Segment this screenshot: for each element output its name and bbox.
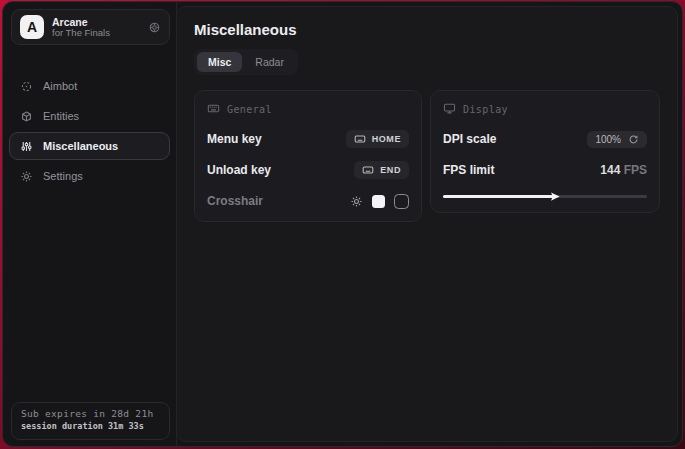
- keyboard-icon: [354, 133, 366, 145]
- app-name: Arcane: [52, 16, 140, 28]
- refresh-icon: [628, 134, 639, 145]
- app-logo: A: [20, 15, 44, 39]
- sync-icon[interactable]: [148, 21, 161, 34]
- menu-key-bind-button[interactable]: HOME: [346, 130, 409, 148]
- fps-slider-thumb[interactable]: [550, 191, 561, 202]
- menu-key-row: Menu key HOME: [207, 130, 409, 148]
- tab-bar: Misc Radar: [194, 49, 298, 75]
- menu-key-value: HOME: [372, 134, 401, 144]
- fps-limit-value: 144 FPS: [600, 163, 647, 177]
- unload-key-row: Unload key END: [207, 161, 409, 179]
- crosshair-icon: [20, 80, 33, 93]
- crosshair-settings-gear-icon[interactable]: [350, 195, 363, 208]
- panels-row: General Menu key HOME: [194, 90, 660, 222]
- unload-key-value: END: [380, 165, 401, 175]
- crosshair-row: Crosshair: [207, 192, 409, 210]
- page-title: Miscellaneous: [194, 21, 660, 38]
- crosshair-checkbox[interactable]: [394, 194, 409, 209]
- sidebar-item-entities[interactable]: Entities: [9, 102, 170, 130]
- profile-text: Arcane for The Finals: [52, 16, 140, 39]
- sidebar-item-label: Miscellaneous: [43, 140, 118, 152]
- general-panel-header: General: [207, 102, 409, 117]
- sidebar: A Arcane for The Finals Category: [3, 2, 177, 446]
- display-panel-header: Display: [443, 102, 647, 117]
- sidebar-item-label: Aimbot: [43, 80, 77, 92]
- sliders-icon: [20, 140, 33, 153]
- unload-key-label: Unload key: [207, 163, 271, 177]
- monitor-icon: [443, 102, 456, 117]
- keyboard-icon: [362, 164, 374, 176]
- dpi-scale-row: DPI scale 100%: [443, 130, 647, 148]
- general-panel: General Menu key HOME: [194, 90, 422, 222]
- entities-icon: [20, 110, 33, 123]
- fps-slider-fill: [443, 195, 555, 198]
- app-window: A Arcane for The Finals Category: [2, 1, 683, 447]
- profile-card: A Arcane for The Finals: [11, 9, 170, 45]
- sidebar-item-label: Settings: [43, 170, 83, 182]
- dpi-scale-label: DPI scale: [443, 132, 496, 146]
- sidebar-nav: Aimbot Entities: [9, 70, 170, 192]
- general-panel-title: General: [227, 104, 272, 115]
- sidebar-item-label: Entities: [43, 110, 79, 122]
- sidebar-item-miscellaneous[interactable]: Miscellaneous: [9, 132, 170, 160]
- fps-limit-slider[interactable]: [443, 191, 647, 201]
- desktop-backdrop: A Arcane for The Finals Category: [0, 0, 685, 449]
- sidebar-item-settings[interactable]: Settings: [9, 162, 170, 190]
- keyboard-icon: [207, 102, 220, 117]
- sidebar-item-aimbot[interactable]: Aimbot: [9, 72, 170, 100]
- dpi-scale-value: 100%: [595, 134, 621, 145]
- app-subtitle: for The Finals: [52, 28, 140, 39]
- tab-misc[interactable]: Misc: [197, 52, 242, 72]
- subscription-status-card: Sub expires in 28d 21h session duration …: [11, 402, 170, 440]
- fps-unit: FPS: [624, 163, 647, 177]
- sub-expires-text: Sub expires in 28d 21h: [21, 408, 160, 419]
- crosshair-label: Crosshair: [207, 194, 263, 208]
- dpi-scale-select[interactable]: 100%: [587, 131, 647, 148]
- gear-icon: [20, 170, 33, 183]
- fps-number: 144: [600, 163, 620, 177]
- menu-key-label: Menu key: [207, 132, 262, 146]
- main-content: Miscellaneous Misc Radar Gene: [176, 6, 678, 442]
- display-panel: Display DPI scale 100%: [430, 90, 660, 213]
- unload-key-bind-button[interactable]: END: [354, 161, 409, 179]
- crosshair-color-swatch[interactable]: [372, 195, 385, 208]
- crosshair-controls: [350, 194, 409, 209]
- display-panel-title: Display: [463, 104, 508, 115]
- fps-limit-label: FPS limit: [443, 163, 494, 177]
- tab-radar[interactable]: Radar: [244, 52, 295, 72]
- session-duration-text: session duration 31m 33s: [21, 421, 160, 431]
- fps-limit-row: FPS limit 144 FPS: [443, 161, 647, 179]
